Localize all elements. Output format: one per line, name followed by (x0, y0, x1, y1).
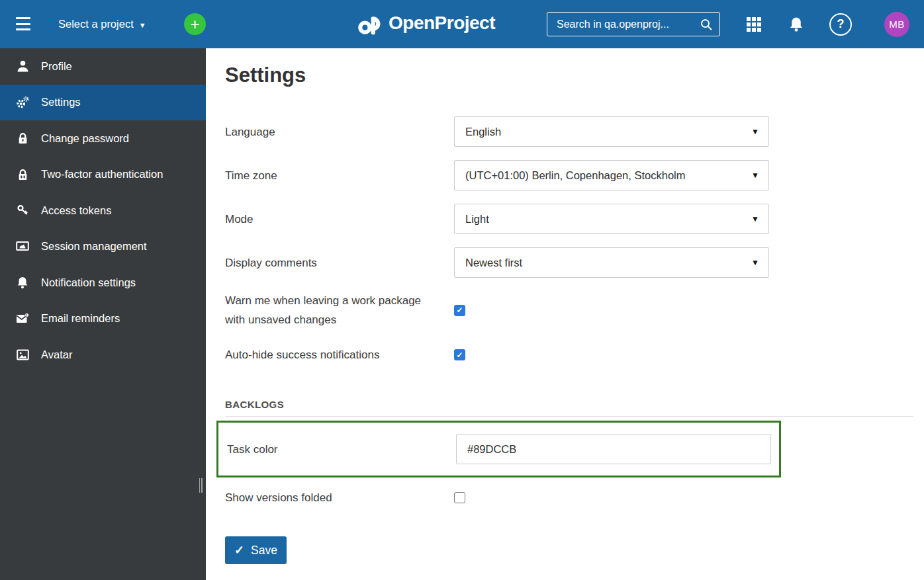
select-project-label: Select a project (58, 18, 134, 30)
task-color-label: Task color (227, 440, 456, 459)
display-comments-select[interactable]: Newest first ▼ (454, 247, 769, 278)
timezone-select[interactable]: (UTC+01:00) Berlin, Copenhagen, Stockhol… (454, 160, 769, 190)
backlogs-section-title: BACKLOGS (225, 399, 913, 410)
sidebar-item-profile[interactable]: Profile (0, 48, 206, 85)
mode-row: Mode Light ▼ (225, 204, 913, 234)
openproject-logo-icon (357, 11, 383, 36)
timezone-row: Time zone (UTC+01:00) Berlin, Copenhagen… (225, 160, 913, 190)
avatar: MB (884, 12, 909, 37)
page-title: Settings (225, 63, 913, 87)
chevron-down-icon: ▼ (751, 258, 759, 267)
modules-menu-button[interactable] (744, 0, 764, 48)
save-button[interactable]: ✓ Save (225, 536, 287, 564)
language-row: Language English ▼ (225, 116, 913, 147)
chevron-down-icon: ▼ (751, 214, 759, 224)
search-input[interactable] (557, 19, 700, 30)
auto-hide-label: Auto-hide success notifications (225, 345, 454, 364)
monitor-icon (16, 241, 29, 252)
top-header: Select a project ▼ + OpenProject (0, 0, 924, 48)
global-search[interactable] (547, 12, 720, 36)
sidebar-item-label: Email reminders (41, 312, 120, 325)
sidebar-item-label: Access tokens (41, 204, 111, 217)
chevron-down-icon: ▼ (751, 171, 759, 180)
gears-icon (16, 96, 29, 109)
display-comments-value: Newest first (465, 257, 751, 269)
bell-icon (789, 17, 804, 32)
display-comments-row: Display comments Newest first ▼ (225, 247, 913, 278)
lock-icon (16, 132, 29, 144)
mode-label: Mode (225, 210, 454, 229)
check-icon: ✓ (234, 543, 244, 558)
sidebar-item-change-password[interactable]: Change password (0, 120, 206, 157)
email-badge-icon (16, 313, 29, 324)
task-color-input[interactable] (456, 434, 771, 464)
show-versions-checkbox[interactable] (454, 492, 465, 503)
task-color-row: Task color (227, 434, 779, 464)
auto-hide-row: Auto-hide success notifications ✓ (225, 345, 913, 364)
user-icon (16, 60, 29, 72)
sidebar-item-two-factor[interactable]: Two-factor authentication (0, 157, 206, 193)
sidebar-item-label: Avatar (41, 349, 72, 361)
hamburger-menu-icon[interactable] (16, 17, 30, 30)
sidebar-resize-handle[interactable] (198, 478, 203, 493)
key-icon (16, 204, 29, 216)
openproject-logo[interactable]: OpenProject (357, 11, 495, 36)
sidebar-item-label: Profile (41, 60, 72, 73)
search-icon (700, 18, 713, 31)
sidebar-item-label: Two-factor authentication (41, 168, 163, 181)
settings-content: Settings Language English ▼ Time zone (U… (206, 48, 924, 580)
sidebar-item-settings[interactable]: Settings (0, 85, 206, 121)
section-divider (225, 416, 913, 417)
mode-value: Light (465, 213, 751, 226)
notifications-button[interactable] (786, 0, 806, 48)
timezone-label: Time zone (225, 166, 454, 185)
select-project-dropdown[interactable]: Select a project ▼ (58, 0, 146, 48)
bell-icon (16, 276, 29, 289)
logo-text: OpenProject (389, 13, 495, 34)
account-sidebar: Profile Settings Change password (0, 48, 206, 580)
timezone-value: (UTC+01:00) Berlin, Copenhagen, Stockhol… (465, 169, 751, 182)
question-mark-icon: ? (829, 13, 852, 36)
task-color-highlight-box: Task color (216, 421, 781, 477)
lock-keyhole-icon (16, 169, 29, 181)
chevron-down-icon: ▼ (751, 127, 759, 136)
sidebar-item-label: Notification settings (41, 276, 136, 289)
sidebar-item-notification-settings[interactable]: Notification settings (0, 265, 206, 301)
language-label: Language (225, 122, 454, 142)
sidebar-item-access-tokens[interactable]: Access tokens (0, 192, 206, 229)
grid-icon (746, 17, 762, 32)
language-value: English (465, 126, 751, 138)
add-project-button[interactable]: + (184, 13, 206, 35)
sidebar-item-label: Change password (41, 132, 129, 145)
mode-select[interactable]: Light ▼ (454, 204, 769, 234)
display-comments-label: Display comments (225, 253, 454, 272)
sidebar-item-label: Session management (41, 240, 147, 253)
user-avatar-button[interactable]: MB (884, 0, 909, 48)
show-versions-label: Show versions folded (225, 488, 454, 507)
show-versions-row: Show versions folded (225, 488, 913, 507)
sidebar-item-email-reminders[interactable]: Email reminders (0, 301, 206, 337)
sidebar-item-session-management[interactable]: Session management (0, 229, 206, 265)
warn-unsaved-checkbox[interactable]: ✓ (454, 305, 465, 316)
warn-unsaved-row: Warn me when leaving a work package with… (225, 291, 913, 329)
sidebar-item-avatar[interactable]: Avatar (0, 337, 206, 373)
sidebar-item-label: Settings (41, 96, 81, 108)
image-icon (16, 349, 29, 360)
auto-hide-checkbox[interactable]: ✓ (454, 349, 465, 360)
help-button[interactable]: ? (829, 0, 852, 48)
chevron-down-icon: ▼ (139, 21, 146, 29)
warn-unsaved-label: Warn me when leaving a work package with… (225, 291, 454, 329)
save-button-label: Save (251, 544, 277, 558)
language-select[interactable]: English ▼ (454, 116, 769, 147)
